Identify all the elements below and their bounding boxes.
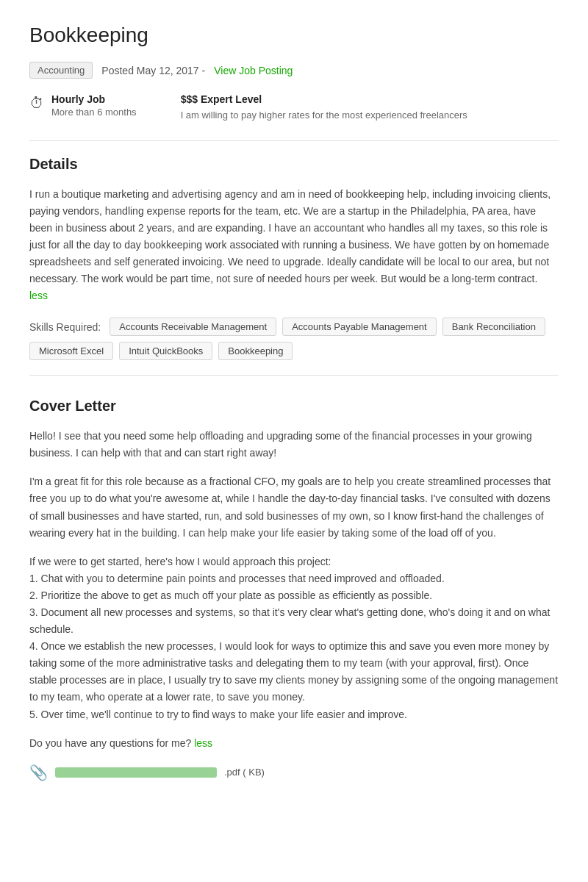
attachment-label: .pdf ( KB) [224, 767, 265, 778]
skills-label: Skills Required: [29, 321, 101, 333]
skill-tag: Accounts Payable Management [282, 318, 437, 336]
skills-row: Skills Required: Accounts Receivable Man… [29, 318, 559, 360]
skill-tag: Microsoft Excel [29, 342, 113, 360]
cover-letter-para-1: Hello! I see that you need some help off… [29, 428, 559, 462]
job-rate-block: $$$ Expert Level I am willing to pay hig… [181, 93, 467, 123]
cover-letter-para-3: If we were to get started, here's how I … [29, 553, 559, 723]
posted-text: Posted May 12, 2017 - [101, 65, 205, 76]
job-info-row: ⏱ Hourly Job More than 6 months $$$ Expe… [29, 93, 559, 123]
cover-letter-title: Cover Letter [29, 398, 559, 415]
cover-letter-section: Cover Letter Hello! I see that you need … [29, 398, 559, 781]
skill-tag: Bank Reconciliation [442, 318, 545, 336]
cover-letter-less-link[interactable]: less [194, 737, 212, 749]
meta-row: Accounting Posted May 12, 2017 - View Jo… [29, 62, 559, 79]
divider-2 [29, 375, 559, 376]
dollar-signs: $$$ [181, 93, 198, 105]
details-title: Details [29, 156, 559, 173]
skill-tag: Intuit QuickBooks [119, 342, 212, 360]
details-less-link[interactable]: less [29, 290, 48, 301]
expert-level-label: Expert Level [201, 93, 262, 105]
skill-tag: Bookkeeping [218, 342, 293, 360]
rate-label: $$$ Expert Level [181, 93, 467, 105]
divider-1 [29, 140, 559, 141]
attachment-row: 📎 .pdf ( KB) [29, 764, 559, 781]
job-type-block: ⏱ Hourly Job More than 6 months [29, 93, 137, 118]
rate-description: I am willing to pay higher rates for the… [181, 108, 467, 123]
job-type-label: Hourly Job [51, 93, 137, 105]
cover-letter-para-4: Do you have any questions for me? less [29, 735, 559, 752]
cover-letter-paragraphs: Hello! I see that you need some help off… [29, 428, 559, 752]
page-title: Bookkeeping [29, 24, 559, 47]
details-section: Details I run a boutique marketing and a… [29, 156, 559, 361]
category-badge[interactable]: Accounting [29, 62, 93, 79]
view-job-posting-link[interactable]: View Job Posting [214, 65, 293, 76]
paperclip-icon: 📎 [29, 764, 48, 781]
clock-icon: ⏱ [29, 95, 44, 112]
attachment-bar [55, 767, 217, 778]
details-description: I run a boutique marketing and advertisi… [29, 186, 559, 305]
job-duration: More than 6 months [51, 107, 137, 118]
cover-letter-para-2: I'm a great fit for this role because as… [29, 473, 559, 541]
skill-tag: Accounts Receivable Management [110, 318, 276, 336]
